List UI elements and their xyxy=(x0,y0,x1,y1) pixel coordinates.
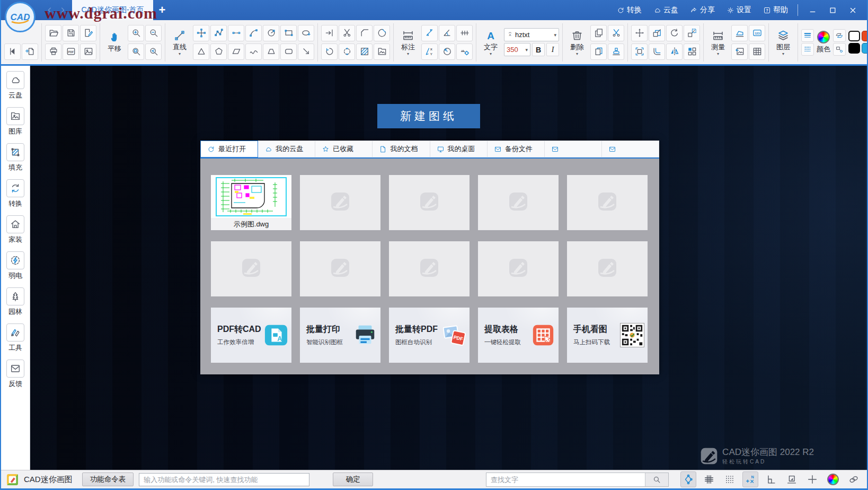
export-image-button[interactable] xyxy=(80,43,96,60)
stamp-button[interactable] xyxy=(608,43,624,60)
feature-card-批量打印[interactable]: 批量打印智能识别图框 xyxy=(300,308,380,363)
osnap-toggle[interactable] xyxy=(680,471,696,487)
zoom-out-button[interactable] xyxy=(145,25,162,41)
move-button[interactable] xyxy=(631,25,648,41)
tool-直线[interactable]: 直线▾ xyxy=(169,29,191,56)
save-as-button[interactable] xyxy=(80,25,96,41)
zoom-previous-button[interactable] xyxy=(145,43,162,60)
cut-button[interactable] xyxy=(608,25,624,41)
dim-settings-button[interactable] xyxy=(456,43,473,60)
sidebar-item-云盘[interactable]: 云盘 xyxy=(6,71,24,100)
file-cell-empty[interactable] xyxy=(389,241,470,296)
confirm-button[interactable]: 确定 xyxy=(333,472,373,486)
sidebar-item-填充[interactable]: 填充 xyxy=(6,143,24,172)
export-pdf-button[interactable]: PDF xyxy=(63,43,79,60)
file-cell-empty[interactable] xyxy=(567,175,648,230)
titlebar-action-转换[interactable]: 转换 xyxy=(613,5,646,15)
file-cell-empty[interactable] xyxy=(389,175,470,230)
color-swatch-#ffffff[interactable] xyxy=(848,31,860,41)
maximize-button[interactable] xyxy=(823,3,842,18)
parallelogram-button[interactable] xyxy=(228,43,244,60)
open-button[interactable] xyxy=(45,25,61,41)
trim-button[interactable] xyxy=(339,25,355,41)
color-swatch-#000000[interactable] xyxy=(848,43,860,54)
files-tab-我的云盘[interactable]: 我的云盘 xyxy=(258,141,315,158)
paper-toggle[interactable] xyxy=(784,471,800,487)
new-drawing-button[interactable]: 新建图纸 xyxy=(377,104,480,128)
bold-button[interactable]: B xyxy=(532,43,545,56)
tool-图层[interactable]: 图层▾ xyxy=(772,29,794,56)
file-cell-empty[interactable] xyxy=(567,241,648,296)
dim-coordinate-button[interactable]: XY xyxy=(421,43,438,60)
sidebar-item-家装[interactable]: 家装 xyxy=(6,215,24,244)
polygon-button[interactable] xyxy=(210,43,227,60)
file-cell-empty[interactable] xyxy=(211,241,291,296)
text-size-select[interactable]: 350▾ xyxy=(504,43,530,56)
dyninput-toggle[interactable]: N xyxy=(742,471,758,487)
files-tab-最近打开[interactable]: 最近打开 xyxy=(200,141,258,158)
files-tab-extra[interactable] xyxy=(545,141,602,158)
polyline-button[interactable] xyxy=(210,25,227,41)
file-cell-empty[interactable] xyxy=(300,241,380,296)
find-text-button[interactable] xyxy=(645,473,668,486)
dim-continue-button[interactable] xyxy=(456,25,473,41)
dim-aligned-button[interactable] xyxy=(421,25,438,41)
tool-删除[interactable]: 删除▾ xyxy=(566,29,588,56)
image-measure-button[interactable] xyxy=(731,43,748,60)
file-cell-empty[interactable] xyxy=(478,241,559,296)
titlebar-action-帮助[interactable]: ?帮助 xyxy=(759,5,792,15)
linewidth-button[interactable] xyxy=(801,29,814,42)
tool-标注[interactable]: 标注▾ xyxy=(397,29,419,56)
titlebar-action-设置[interactable]: 设置 xyxy=(722,5,756,15)
files-tab-extra[interactable] xyxy=(602,141,659,158)
zoom-window-button[interactable] xyxy=(128,43,144,60)
color-wheel-button[interactable]: 颜色 xyxy=(817,31,830,54)
new-drawing-button[interactable] xyxy=(22,43,38,60)
sidebar-item-图库[interactable]: 图库 xyxy=(6,107,24,136)
dim-angular-button[interactable] xyxy=(439,25,455,41)
area-button[interactable] xyxy=(731,25,748,41)
files-tab-我的文档[interactable]: 我的文档 xyxy=(373,141,430,158)
offset-button[interactable] xyxy=(649,43,665,60)
rotate-button[interactable] xyxy=(666,25,683,41)
files-tab-备份文件[interactable]: 备份文件 xyxy=(488,141,545,158)
app-logo[interactable]: CAD xyxy=(5,2,36,32)
array-button[interactable] xyxy=(684,43,700,60)
dotgrid-toggle[interactable] xyxy=(722,471,738,487)
trapezoid-button[interactable] xyxy=(263,43,279,60)
scale-button[interactable] xyxy=(649,25,665,41)
triangle-button[interactable] xyxy=(193,43,209,60)
arc-button[interactable] xyxy=(245,25,262,41)
feature-card-PDF转CAD[interactable]: PDF转CAD工作效率倍增A xyxy=(211,308,291,363)
command-table-button[interactable]: 功能命令表 xyxy=(82,472,134,486)
dim-radius-button[interactable] xyxy=(439,43,455,60)
table-button[interactable] xyxy=(749,43,765,60)
select-color-button[interactable] xyxy=(833,43,846,56)
italic-button[interactable]: I xyxy=(546,43,559,56)
linetype-button[interactable] xyxy=(801,43,814,56)
insert-image-button[interactable] xyxy=(374,43,390,60)
files-tab-已收藏[interactable]: 已收藏 xyxy=(315,141,373,158)
extend-button[interactable] xyxy=(321,25,338,41)
break-button[interactable] xyxy=(374,25,390,41)
home-tab[interactable]: CAD迷你画图-首页 xyxy=(72,0,153,20)
rounded-rect-button[interactable] xyxy=(280,43,297,60)
rectangle-button[interactable] xyxy=(280,25,297,41)
chamfer-button[interactable] xyxy=(356,25,373,41)
tool-文字[interactable]: A文字▾ xyxy=(480,29,502,56)
back-button[interactable] xyxy=(4,43,21,60)
rotate-copy-button[interactable] xyxy=(684,25,700,41)
drawing-canvas[interactable]: 新建图纸 最近打开我的云盘已收藏我的文档我的桌面备份文件 示例图.dwgPDF转… xyxy=(30,66,867,470)
sidebar-item-园林[interactable]: 园林 xyxy=(6,287,24,317)
spline-button[interactable] xyxy=(245,43,262,60)
revcloud-button[interactable] xyxy=(321,43,338,60)
print-button[interactable] xyxy=(45,43,61,60)
ellipse-button[interactable] xyxy=(298,25,314,41)
hatch-button[interactable] xyxy=(356,43,373,60)
files-tab-我的桌面[interactable]: 我的桌面 xyxy=(430,141,488,158)
count-button[interactable]: 123 xyxy=(749,25,765,41)
colorwheel-toggle[interactable] xyxy=(825,471,841,487)
paste-button[interactable] xyxy=(590,43,607,60)
sidebar-item-反馈[interactable]: 反馈 xyxy=(6,360,24,389)
circle-button[interactable] xyxy=(263,25,279,41)
